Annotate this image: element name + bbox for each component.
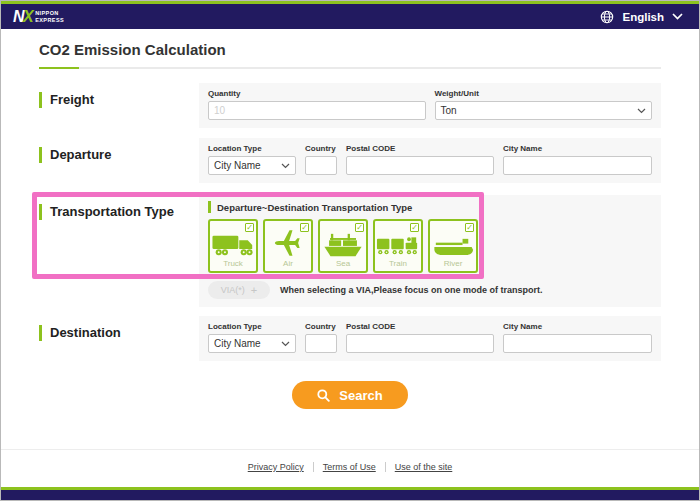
mode-label: River bbox=[444, 259, 463, 268]
plane-icon bbox=[273, 228, 303, 258]
country-label: Country bbox=[305, 322, 337, 331]
mode-tile-river[interactable]: ✓ River bbox=[428, 219, 478, 273]
country-label: Country bbox=[305, 144, 337, 153]
location-type-value: City Name bbox=[214, 160, 261, 171]
footer-links: Privacy Policy Terms of Use Use of the s… bbox=[1, 449, 699, 487]
footer-purple-bar bbox=[1, 490, 699, 500]
transportation-subheading-label: Departure~Destination Transportation Typ… bbox=[217, 202, 412, 213]
postal-code-label: Postal CODE bbox=[346, 144, 494, 153]
transportation-type-section: Transportation Type Departure~Destinatio… bbox=[39, 195, 661, 307]
location-type-value: City Name bbox=[214, 338, 261, 349]
language-label: English bbox=[622, 11, 664, 23]
postal-code-label: Postal CODE bbox=[346, 322, 494, 331]
transportation-panel: Departure~Destination Transportation Typ… bbox=[199, 195, 661, 307]
destination-postal-input[interactable] bbox=[346, 334, 494, 353]
transportation-subheading: Departure~Destination Transportation Typ… bbox=[208, 201, 652, 213]
weight-unit-label: Weight/Unit bbox=[435, 89, 653, 98]
truck-icon bbox=[211, 233, 255, 258]
quantity-label: Quantity bbox=[208, 89, 426, 98]
weight-unit-select[interactable]: Ton bbox=[435, 101, 653, 120]
use-of-the-site-link[interactable]: Use of the site bbox=[395, 462, 453, 472]
departure-heading: Departure bbox=[39, 147, 199, 163]
departure-city-input[interactable] bbox=[503, 156, 652, 175]
train-icon bbox=[376, 233, 420, 258]
chevron-down-icon bbox=[637, 108, 646, 114]
globe-icon bbox=[600, 10, 614, 24]
checkbox-checked-icon[interactable]: ✓ bbox=[245, 223, 254, 232]
barge-icon bbox=[432, 234, 474, 258]
footer-divider bbox=[385, 462, 386, 472]
chevron-down-icon bbox=[281, 163, 290, 169]
co2-emission-calculation-page: NX NIPPON EXPRESS English CO2 Emission C… bbox=[0, 0, 700, 501]
departure-panel: Location Type City Name Country bbox=[199, 138, 661, 183]
destination-country-input[interactable] bbox=[305, 334, 337, 353]
mode-label: Air bbox=[283, 259, 293, 268]
quantity-input[interactable] bbox=[208, 101, 426, 120]
destination-city-input[interactable] bbox=[503, 334, 652, 353]
departure-city-group: City Name bbox=[503, 144, 652, 175]
departure-section: Departure Location Type City Name Countr bbox=[39, 138, 661, 183]
destination-location-type-group: Location Type City Name bbox=[208, 322, 296, 353]
mode-label: Truck bbox=[223, 259, 243, 268]
departure-location-type-select[interactable]: City Name bbox=[208, 156, 296, 175]
city-name-label: City Name bbox=[503, 144, 652, 153]
city-name-label: City Name bbox=[503, 322, 652, 331]
destination-postal-group: Postal CODE bbox=[346, 322, 494, 353]
mode-tile-sea[interactable]: ✓ Sea bbox=[318, 219, 368, 273]
transport-mode-tiles: ✓ Truck ✓ bbox=[208, 219, 652, 273]
departure-location-type-group: Location Type City Name bbox=[208, 144, 296, 175]
chevron-down-icon bbox=[672, 13, 683, 20]
freight-heading: Freight bbox=[39, 92, 199, 108]
checkbox-checked-icon[interactable]: ✓ bbox=[465, 223, 474, 232]
page-title: CO2 Emission Calculation bbox=[39, 41, 661, 58]
green-accent-bar bbox=[208, 201, 211, 213]
weight-unit-value: Ton bbox=[441, 105, 457, 116]
mode-tile-train[interactable]: ✓ bbox=[373, 219, 423, 273]
terms-of-use-link[interactable]: Terms of Use bbox=[323, 462, 376, 472]
mode-tile-truck[interactable]: ✓ Truck bbox=[208, 219, 258, 273]
via-button-label: VIA(*) bbox=[221, 285, 245, 295]
destination-section: Destination Location Type City Name Coun bbox=[39, 316, 661, 361]
destination-panel: Location Type City Name Country bbox=[199, 316, 661, 361]
departure-country-group: Country bbox=[305, 144, 337, 175]
mode-label: Sea bbox=[336, 259, 350, 268]
checkbox-checked-icon[interactable]: ✓ bbox=[355, 223, 364, 232]
via-row: VIA(*) + When selecting a VIA,Please foc… bbox=[208, 281, 652, 299]
chevron-down-icon bbox=[281, 341, 290, 347]
via-note-text: When selecting a VIA,Please focus on one… bbox=[280, 285, 543, 295]
freight-section: Freight Quantity Weight/Unit Ton bbox=[39, 83, 661, 128]
mode-label: Train bbox=[389, 259, 407, 268]
departure-country-input[interactable] bbox=[305, 156, 337, 175]
destination-country-group: Country bbox=[305, 322, 337, 353]
transportation-type-heading: Transportation Type bbox=[39, 204, 199, 220]
checkbox-checked-icon[interactable]: ✓ bbox=[300, 223, 309, 232]
title-underline bbox=[39, 67, 661, 69]
mode-tile-air[interactable]: ✓ Air bbox=[263, 219, 313, 273]
footer-divider bbox=[313, 462, 314, 472]
destination-heading: Destination bbox=[39, 325, 199, 341]
weight-unit-field-group: Weight/Unit Ton bbox=[435, 89, 653, 120]
search-button-label: Search bbox=[339, 388, 382, 403]
destination-city-group: City Name bbox=[503, 322, 652, 353]
plus-icon: + bbox=[251, 285, 257, 296]
nx-logo-mark: NX bbox=[13, 9, 32, 25]
search-icon bbox=[317, 389, 330, 402]
location-type-label: Location Type bbox=[208, 144, 296, 153]
checkbox-checked-icon[interactable]: ✓ bbox=[410, 223, 419, 232]
departure-postal-group: Postal CODE bbox=[346, 144, 494, 175]
departure-postal-input[interactable] bbox=[346, 156, 494, 175]
top-navigation-bar: NX NIPPON EXPRESS English bbox=[1, 1, 699, 29]
via-add-button[interactable]: VIA(*) + bbox=[208, 281, 270, 299]
privacy-policy-link[interactable]: Privacy Policy bbox=[248, 462, 304, 472]
freight-panel: Quantity Weight/Unit Ton bbox=[199, 83, 661, 128]
location-type-label: Location Type bbox=[208, 322, 296, 331]
destination-location-type-select[interactable]: City Name bbox=[208, 334, 296, 353]
quantity-field-group: Quantity bbox=[208, 89, 426, 120]
nippon-express-logo[interactable]: NX NIPPON EXPRESS bbox=[13, 9, 64, 25]
ship-icon bbox=[322, 232, 364, 258]
language-switcher[interactable]: English bbox=[600, 10, 683, 24]
page-footer: Privacy Policy Terms of Use Use of the s… bbox=[1, 449, 699, 500]
search-button[interactable]: Search bbox=[292, 381, 408, 409]
nx-logo-text: NIPPON EXPRESS bbox=[35, 10, 64, 23]
